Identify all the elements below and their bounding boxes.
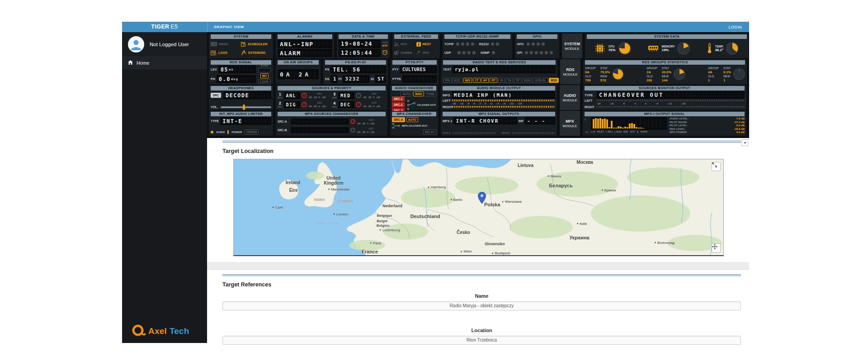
gps-sync-label: GPS [382, 41, 388, 44]
tab-graphic-view[interactable]: GRAPHIC VIEW [214, 25, 244, 29]
monitor-right-meter [597, 106, 745, 108]
panel-on-air-groups-title: ON AIR GROUPS [278, 60, 319, 65]
volume-slider-knob[interactable] [243, 105, 245, 110]
rss-indicator: RSS [394, 42, 416, 47]
mpx-bands-label: L+R PILOT L-R(L) L-R(H) RDS OUT & NOISE [591, 130, 667, 133]
map-label-france: France [362, 249, 378, 254]
app-window: TIGERE5 GRAPHIC VIEW LOGIN Not Logged Us… [122, 22, 749, 343]
logs-button[interactable]: LOGS [211, 50, 241, 55]
map-label-slovensko: Slovensko [485, 242, 505, 246]
headphones-src-button[interactable]: SRC [211, 93, 221, 98]
panel-network-title: TCPIP-UDP-RS232-SNMP [444, 34, 510, 39]
map-label-kyiv: Київ [577, 221, 587, 225]
group3-old: 1 [708, 78, 719, 82]
source-4: 4SRC DEC ! AGC-40 -20 0 +20 [332, 100, 386, 109]
samba-indicator: SAMBA [394, 51, 416, 55]
flag-tp: TP [514, 78, 521, 83]
panel-rds-stats-title: RDS GROUPS STATISTICS [585, 60, 745, 65]
rds-service-flags: PIN ECC M/S CT AF RT DI TA TP EON GOS-SL [443, 78, 556, 83]
map-pan-button[interactable] [712, 243, 721, 252]
di-label: DI [371, 77, 374, 81]
radiotext-display: ryja.pl [453, 66, 556, 73]
dashboard-scroll-arrow[interactable] [741, 139, 748, 146]
panel-sources-priority: SOURCES & PRIORITY 1SRC ANL ! AGC-40 -20… [276, 85, 387, 110]
audio-man-tag: MAN [413, 91, 424, 96]
source-4-display: DEC [338, 101, 354, 108]
mpx-switch-diagram [392, 123, 400, 129]
name-field[interactable]: Radio Maryja - obiekt zastępczy [222, 301, 741, 310]
source-2: 2SRC DIG ! AGC-40 -20 0 +20 [278, 100, 331, 109]
right-meter [452, 106, 555, 108]
snmp-label: SNMP [481, 51, 490, 54]
ds-display: 1 [331, 75, 337, 83]
page-content: Target Localization [207, 138, 749, 345]
limiter-preem-tag: PREEM [245, 129, 259, 134]
location-field[interactable]: Rton Trzebnica [222, 336, 741, 345]
memory-label: MEMORY [661, 45, 675, 48]
mpx-source-b-alarm-icon: ! [350, 128, 355, 133]
mpx1-label: MPX-1 [443, 119, 452, 123]
map-label-belgique: Belgique [377, 214, 392, 218]
panel-mpx-signal: MPX-I OUTPUT SIGNAL 0 -40 [583, 111, 746, 136]
audio-tone-tag: TONE [425, 91, 436, 96]
lev-label: LEV [211, 68, 217, 71]
left-label: LEFT [443, 99, 451, 102]
map[interactable]: Ireland Éire Cork United Kingdom Manches… [233, 159, 724, 256]
on-air-groups-display: 0A 2A [278, 69, 319, 79]
app-title-model: E5 [171, 24, 178, 30]
panel-on-air-groups: ON AIR GROUPS 0A 2A [276, 59, 321, 84]
pty-label: PTY [392, 68, 399, 71]
fullscreen-icon [712, 162, 717, 167]
monitor-right-label: RIGHT [585, 105, 595, 109]
map-label-cesko: Česko [457, 230, 470, 235]
scheduler-button[interactable]: SCHEDULER [241, 42, 271, 47]
map-fullscreen-button[interactable] [712, 162, 721, 171]
module-label-audio: AUDIO MODULE [560, 85, 580, 110]
source-1-alarm-icon: ! [302, 93, 307, 98]
map-label-luxembourg: Luxembourg [380, 228, 400, 231]
volume-slider[interactable] [221, 106, 271, 108]
panel-system-title: SYSTEM [211, 34, 271, 39]
panel-mpx-sources-title: MPX-SOURCES CHANGEOVER [278, 112, 386, 116]
source-3-alarm-icon: ! [356, 93, 361, 98]
sidebar-item-home[interactable]: Home [122, 57, 207, 69]
email-button[interactable]: EMAIL [211, 42, 241, 47]
mpx-auto-tag: AUTO [406, 117, 418, 122]
panel-external-feed: EXTERNAL FEED RSS REST [392, 33, 440, 58]
dashboard-row-3: HEADPHONES SRC DECODE VOL. [209, 85, 749, 110]
app-title: TIGERE5 [122, 22, 208, 32]
panel-system-data: SYSTEM DATA CPU 76% [585, 33, 749, 58]
flag-af: AF [481, 78, 489, 83]
map-label-moskva: Москва [576, 160, 593, 165]
monitor-left-meter [597, 100, 745, 101]
logs-icon [211, 51, 217, 55]
map-label-polska: Polska [484, 202, 500, 207]
out2-meter [512, 132, 555, 134]
samba-icon [394, 51, 399, 55]
out2-label: OUT-2 [502, 132, 510, 134]
dashboard-row-1: SYSTEM EMAIL SCHEDULER [209, 33, 749, 58]
source-3: 3SRC MED ! AGC-40 -20 0 +20 [332, 91, 386, 100]
time-display: 12:05:44 [339, 49, 381, 57]
ps-display: TEL. 56 [330, 66, 386, 73]
panel-network: TCPIP-UDP-RS232-SNMP TCPIP RS232 UDP [443, 33, 512, 58]
login-button[interactable]: LOGIN [728, 25, 742, 29]
temp-label: TEMP. [715, 45, 723, 48]
radiotext-label: TEXT [443, 68, 451, 71]
snmp-leds [492, 51, 495, 54]
map-label-belarus: Беларусь [549, 183, 572, 188]
map-label-volgograd: Волгоград [655, 240, 675, 244]
panel-sources-monitor: SOURCES MONITOR OUTPUT TYPE CHANGEOVER O… [583, 85, 746, 110]
memory-gauge: MEMORY 19% [648, 42, 690, 55]
int-indicator: INT [260, 73, 269, 78]
extended-button[interactable]: EXTENDED [241, 50, 271, 55]
rs232-leds [491, 43, 499, 46]
gpi-label: GPI [517, 51, 522, 54]
ram-icon [648, 45, 659, 52]
panel-ptyn-pty: PTYN-PTY PTY CULTURES PTYN [391, 59, 439, 84]
group2-new: 144 [662, 78, 671, 82]
map-label-england: England [338, 199, 353, 203]
map-label-ukraina: Украина [569, 235, 589, 240]
section-divider-top [222, 141, 741, 143]
map-label-uk: United Kingdom [322, 176, 345, 186]
